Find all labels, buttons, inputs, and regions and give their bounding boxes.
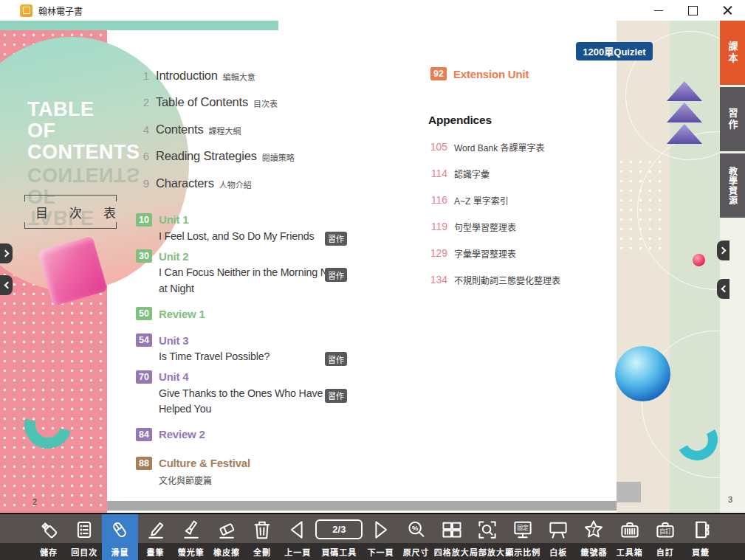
toc-title-en: TABLE OF CONTENTS: [27, 99, 123, 163]
highlighter-icon: [180, 515, 202, 544]
appendix-entry[interactable]: 134不規則動詞三態變化整理表: [428, 266, 642, 293]
page-ref: 6: [136, 150, 149, 162]
page-ref: 116: [428, 194, 447, 206]
workbook-badge[interactable]: 習作: [325, 389, 347, 403]
mouse-tool-button[interactable]: 滑鼠: [102, 514, 137, 560]
pen-icon: [145, 515, 167, 544]
workbook-badge[interactable]: 習作: [325, 352, 347, 366]
toc-entry-unit-1[interactable]: 10Unit 1I Feel Lost, and So Do My Friend…: [136, 212, 391, 245]
toc-entry[interactable]: 6Reading Strategies閱讀策略: [136, 143, 391, 170]
entry-head: 30Unit 2: [136, 249, 391, 263]
save-tool-button[interactable]: 儲存: [31, 514, 66, 560]
toc-entry-culture-festival[interactable]: 88Culture & Festival文化與節慶篇: [136, 456, 391, 486]
side-tab-strip: 課本習作教學資源: [720, 21, 745, 513]
eraser-tool-button[interactable]: 橡皮擦: [209, 514, 244, 560]
entry-title-zh: 閱讀策略: [262, 149, 295, 163]
custom-case-icon: 自訂: [654, 515, 676, 544]
next-page-tool-button[interactable]: 下一頁: [363, 514, 398, 560]
appendix-entry[interactable]: 105Word Bank 各課單字表: [428, 134, 642, 160]
four-grid-icon: [441, 515, 463, 544]
prev-page-tool-button[interactable]: 上一頁: [280, 514, 315, 560]
star-icon: 7: [583, 515, 605, 544]
entry-head: 70Unit 4: [136, 370, 391, 384]
number-picker-tool-button[interactable]: 7籤號器: [576, 514, 611, 560]
entry-title: Table of Contents: [156, 95, 248, 109]
entry-head: 88Culture & Festival: [136, 456, 391, 471]
close-button[interactable]: [710, 0, 745, 21]
quizlet-button[interactable]: 1200單Quizlet: [576, 42, 653, 61]
appendix-entry[interactable]: 129字彙學習整理表: [428, 240, 642, 266]
toc-entry[interactable]: 4Contents課程大綱: [136, 116, 391, 143]
right-edge-next-button[interactable]: [717, 241, 729, 260]
entry-head: 10Unit 1: [136, 212, 391, 227]
toc-entry-review-2[interactable]: 84Review 2: [136, 427, 391, 442]
unit-subtitle-zh: 文化與節慶篇: [159, 474, 391, 486]
region-zoom-tool-button[interactable]: 局部放大: [470, 514, 505, 560]
toc-entry-unit-4[interactable]: 70Unit 4Give Thanks to the Ones Who Have…: [136, 370, 391, 418]
tool-label: 畫筆: [147, 544, 165, 560]
minimize-button[interactable]: [641, 0, 676, 21]
region-zoom-icon: [476, 515, 498, 544]
toc-entry-extension-unit[interactable]: 92 Extension Unit: [430, 67, 529, 80]
app-logo-icon: [20, 4, 32, 17]
toc-left-column: 1Introduction編輯大意2Table of Contents目次表4C…: [136, 62, 391, 491]
whiteboard-tool-button[interactable]: 白板: [540, 514, 576, 560]
toc-entry[interactable]: 9Characters人物介紹: [136, 170, 391, 197]
right-page-number: 3: [728, 495, 732, 504]
chevron-left-icon: [4, 282, 11, 289]
right-edge-prev-button[interactable]: [717, 279, 729, 299]
horizontal-scrollbar[interactable]: [107, 501, 617, 511]
display-ratio-tool-button[interactable]: 固定顯示比例: [505, 514, 540, 560]
toc-entry-unit-3[interactable]: 54Unit 3Is Time Travel Possible?習作: [136, 333, 391, 365]
svg-text:固定: 固定: [517, 524, 529, 531]
usb-save-icon: [38, 515, 60, 544]
page-tabs-tool-button[interactable]: 頁籤: [683, 514, 718, 560]
toc-entry-unit-2[interactable]: 30Unit 2I Can Focus Neither in the Morni…: [136, 249, 391, 297]
tool-label: 儲存: [40, 544, 58, 560]
page-ref-badge: 50: [136, 307, 152, 320]
tool-label: 籤號器: [580, 544, 607, 560]
custom-tool-button[interactable]: 自訂自訂: [648, 514, 683, 560]
unit-subtitle: I Feel Lost, and So Do My Friends: [159, 229, 342, 245]
page-ref: 129: [428, 247, 447, 259]
toc-entry-review-1[interactable]: 50Review 1: [136, 306, 391, 321]
tool-label: 回目次: [71, 544, 97, 560]
back-to-toc-tool-button[interactable]: 回目次: [66, 514, 102, 560]
toolbox-tool-button[interactable]: 工具箱: [612, 514, 648, 560]
scrollbar-corner[interactable]: [617, 482, 641, 502]
prev-triangle-icon: [286, 515, 309, 544]
appendices-section: Appendices 105Word Bank 各課單字表114認識字彙116A…: [428, 114, 642, 293]
toc-entry[interactable]: 2Table of Contents目次表: [136, 89, 391, 117]
chevron-right-icon: [718, 247, 726, 255]
page-indicator-value[interactable]: 2/3: [315, 519, 363, 539]
tab-workbook[interactable]: 習作: [720, 87, 745, 151]
highlighter-tool-button[interactable]: 螢光筆: [174, 514, 209, 560]
monitor-icon: 固定: [512, 515, 534, 544]
chevron-right-icon: [1, 250, 9, 257]
appendix-entry[interactable]: 116A~Z 單字索引: [428, 187, 642, 213]
pen-tool-button[interactable]: 畫筆: [138, 514, 174, 560]
front-matter-list: 1Introduction編輯大意2Table of Contents目次表4C…: [136, 62, 391, 197]
eraser-icon: [216, 515, 238, 544]
page-number-tool-button[interactable]: 2/3頁碼工具: [315, 514, 363, 560]
workbook-badge[interactable]: 習作: [325, 232, 347, 246]
page-ref: 1: [136, 69, 149, 82]
delete-all-tool-button[interactable]: 全刪: [244, 514, 280, 560]
appendix-entry[interactable]: 114認識字彙: [428, 160, 642, 187]
page-ref: 134: [428, 274, 447, 286]
four-grid-zoom-tool-button[interactable]: 四格放大: [434, 514, 470, 560]
workbook-badge[interactable]: 習作: [325, 268, 347, 282]
page-ref: 9: [136, 177, 149, 190]
toc-entry[interactable]: 1Introduction編輯大意: [136, 62, 391, 89]
left-edge-prev-button[interactable]: [0, 275, 13, 295]
maximize-button[interactable]: [676, 0, 710, 21]
unit-group: 54Unit 3Is Time Travel Possible?習作70Unit…: [136, 333, 391, 442]
appendix-entry[interactable]: 119句型學習整理表: [428, 213, 642, 240]
page-ref: 2: [136, 96, 149, 108]
page-ref: 114: [428, 167, 447, 179]
page-ref-badge: 84: [136, 428, 152, 441]
original-size-tool-button[interactable]: %原尺寸: [399, 514, 434, 560]
left-edge-next-button[interactable]: [0, 243, 13, 263]
tab-teaching-resources[interactable]: 教學資源: [720, 153, 745, 218]
tab-textbook[interactable]: 課本: [720, 21, 745, 85]
